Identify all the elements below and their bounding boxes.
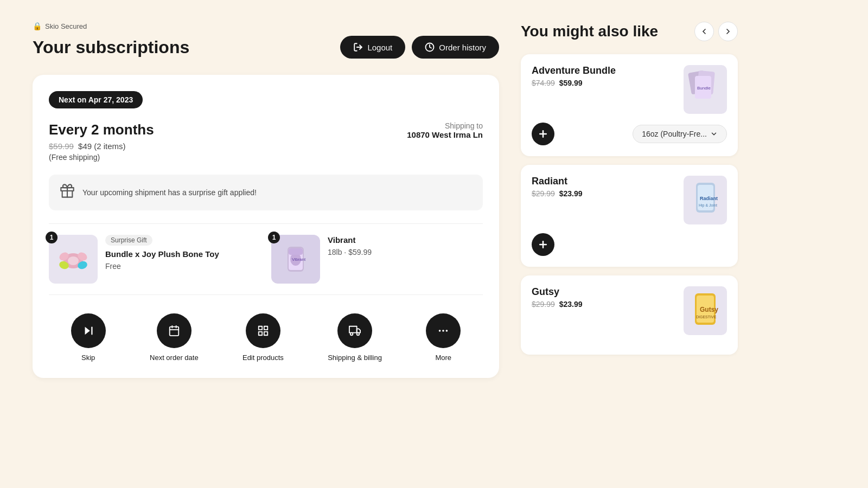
variant-select-1[interactable]: 16oz (Poultry-Fre... — [633, 125, 727, 143]
gift-icon — [60, 183, 75, 202]
add-radiant-button[interactable] — [532, 233, 554, 256]
card-product-img-1: Bundle — [684, 65, 727, 114]
svg-point-28 — [357, 333, 360, 336]
product-name-1: Bundle x Joy Plush Bone Toy — [105, 249, 219, 260]
skip-button[interactable]: Skip — [71, 313, 106, 362]
secured-text: Skio Secured — [45, 22, 87, 30]
card-actions-1: 16oz (Poultry-Fre... — [532, 123, 727, 145]
svg-rect-25 — [349, 326, 357, 333]
surprise-tag: Surprise Gift — [105, 235, 152, 246]
more-button[interactable]: More — [426, 313, 461, 362]
card-product-name-1: Adventure Bundle — [532, 65, 616, 76]
product-item-1: 1 Surprise Gift Bundle x Joy Plush Bone … — [49, 235, 260, 284]
logout-button[interactable]: Logout — [340, 36, 405, 59]
card-top-3: Gutsy $29.99 $23.99 Gutsy DIGESTIVE — [532, 286, 727, 335]
vibrant-product-icon: Vibrant — [277, 240, 315, 278]
right-panel: You might also like Adventure Bundle — [521, 22, 738, 378]
add-adventure-bundle-button[interactable] — [532, 123, 554, 145]
svg-text:Vibrant: Vibrant — [292, 257, 306, 262]
card-product-name-2: Radiant — [532, 176, 583, 187]
svg-point-27 — [350, 333, 353, 336]
page-title: Your subscriptions — [33, 37, 329, 57]
svg-text:Bundle: Bundle — [697, 86, 711, 91]
card-sale-price-2: $23.99 — [559, 189, 583, 198]
skip-label: Skip — [81, 354, 95, 362]
prev-arrow-button[interactable] — [694, 22, 714, 41]
svg-rect-14 — [289, 248, 303, 255]
product-price-1: Free — [105, 262, 219, 271]
svg-rect-17 — [170, 327, 179, 336]
sub-left: Every 2 months $59.99 $49 (2 items) (Fre… — [49, 121, 154, 162]
product-details-2: Vibrant 18lb · $59.99 — [328, 235, 372, 256]
skip-icon — [82, 325, 94, 337]
svg-text:Gutsy: Gutsy — [700, 306, 718, 313]
gutsy-img: Gutsy DIGESTIVE — [685, 289, 726, 332]
original-price: $59.99 — [49, 142, 74, 151]
svg-point-31 — [446, 330, 448, 332]
card-prices-1: $74.99 $59.99 — [532, 79, 616, 87]
svg-point-29 — [439, 330, 441, 332]
card-sale-price-3: $23.99 — [559, 300, 583, 309]
lock-icon: 🔒 — [33, 22, 42, 30]
card-product-info-3: Gutsy $29.99 $23.99 — [532, 286, 583, 309]
more-icon-circle — [426, 313, 461, 348]
svg-marker-15 — [85, 327, 90, 335]
left-panel: 🔒 Skio Secured Your subscriptions Logout — [33, 22, 499, 378]
card-product-img-2: Radiant Hip & Joint — [684, 176, 727, 224]
order-history-icon — [425, 42, 435, 52]
gift-text: Your upcoming shipment has a surprise gi… — [82, 188, 257, 197]
add-icon-1 — [538, 129, 548, 139]
product-name-2: Vibrant — [328, 235, 372, 246]
svg-rect-21 — [259, 326, 262, 330]
right-header: You might also like — [521, 22, 738, 41]
next-arrow-button[interactable] — [718, 22, 738, 41]
shipping-billing-button[interactable]: Shipping & billing — [328, 313, 382, 362]
edit-products-button[interactable]: Edit products — [242, 313, 284, 362]
shipping-billing-label: Shipping & billing — [328, 354, 382, 362]
chevron-down-icon-1 — [710, 130, 718, 138]
grid-icon — [257, 325, 269, 337]
variant-label-1: 16oz (Poultry-Fre... — [642, 130, 707, 138]
actions-row: Skip Next order date — [49, 308, 483, 362]
chevron-left-icon — [700, 27, 709, 36]
product-img-wrap-1: 1 — [49, 235, 98, 284]
frequency: Every 2 months — [49, 121, 154, 138]
svg-rect-22 — [264, 326, 267, 330]
next-order-date-label: Next order date — [150, 354, 199, 362]
header: 🔒 Skio Secured Your subscriptions Logout — [33, 22, 499, 59]
shipping-to-label: Shipping to — [407, 121, 483, 130]
card-original-price-3: $29.99 — [532, 300, 555, 309]
skip-icon-circle — [71, 313, 106, 348]
svg-point-30 — [442, 330, 444, 332]
products-row: 1 Surprise Gift Bundle x Joy Plush Bone … — [49, 223, 483, 295]
header-buttons: Logout Order history — [340, 36, 499, 59]
skio-secured-label: 🔒 Skio Secured — [33, 22, 499, 30]
svg-text:DIGESTIVE: DIGESTIVE — [696, 315, 717, 319]
logout-icon — [353, 42, 363, 52]
truck-icon-circle — [337, 313, 372, 348]
shipping-address: 10870 West Irma Ln — [407, 130, 483, 139]
svg-rect-23 — [259, 332, 262, 335]
product-img-1 — [49, 235, 98, 284]
more-label: More — [435, 354, 451, 362]
adventure-bundle-img: Bundle — [685, 68, 726, 111]
pricing: $59.99 $49 (2 items) — [49, 142, 154, 151]
add-icon-2 — [538, 239, 548, 250]
card-actions-2 — [532, 233, 727, 256]
product-details-1: Surprise Gift Bundle x Joy Plush Bone To… — [105, 235, 219, 271]
more-icon — [437, 325, 449, 337]
card-product-info-2: Radiant $29.99 $23.99 — [532, 176, 583, 198]
radiant-card: Radiant $29.99 $23.99 Radiant Hip & Join… — [521, 165, 738, 267]
next-order-date-button[interactable]: Next order date — [150, 313, 199, 362]
nav-arrows — [694, 22, 738, 41]
card-original-price-1: $74.99 — [532, 79, 555, 87]
order-history-button[interactable]: Order history — [412, 36, 499, 59]
grid-icon-circle — [246, 313, 280, 348]
svg-text:Radiant: Radiant — [700, 196, 718, 201]
subscription-card: Next on Apr 27, 2023 Every 2 months $59.… — [33, 75, 499, 378]
recommendations-title: You might also like — [521, 23, 658, 40]
current-price: $49 — [78, 142, 92, 151]
card-sale-price-1: $59.99 — [559, 79, 583, 87]
card-top-2: Radiant $29.99 $23.99 Radiant Hip & Join… — [532, 176, 727, 224]
chevron-right-icon — [724, 27, 732, 36]
